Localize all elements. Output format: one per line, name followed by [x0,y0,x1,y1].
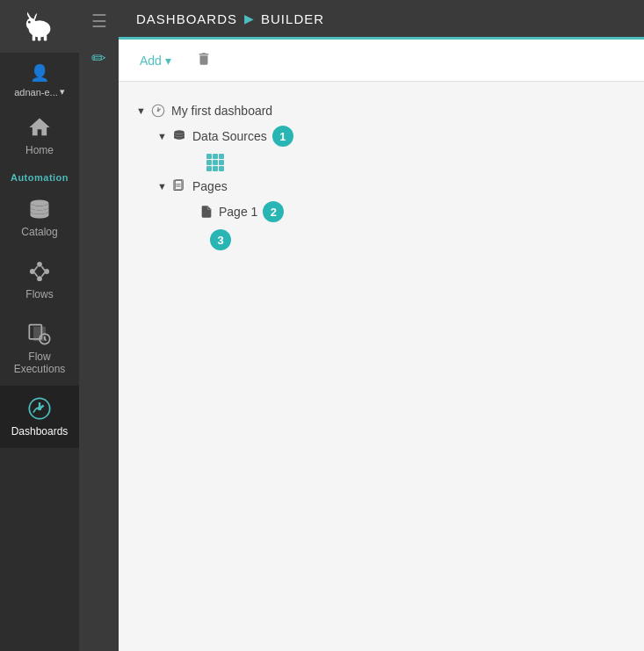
svg-line-14 [34,272,38,277]
automation-section-label: Automation [0,167,79,186]
header-title: DASHBOARDS [136,11,237,26]
data-sources-badge: 1 [272,126,293,147]
data-sources-node[interactable]: ▼ Data Sources 1 [136,122,626,150]
sidebar-item-flow-executions-label: Flow Executions [14,351,66,375]
trash-icon [196,51,212,67]
user-name-label: adnan-e... ▾ [14,86,65,98]
svg-point-22 [174,130,185,134]
data-sources-arrow: ▼ [157,131,166,141]
tree-content: ▼ My first dashboard ▼ Data Sources 1 [119,82,644,651]
sidebar-item-flows[interactable]: Flows [0,249,79,311]
catalog-icon [27,197,52,221]
add-button[interactable]: Add ▾ [133,50,178,71]
app-logo [0,0,79,53]
svg-rect-3 [38,35,40,41]
floating-badge-container: 3 [136,229,626,250]
edit-icon[interactable]: ✏ [88,44,110,72]
root-node-label: My first dashboard [171,104,272,118]
page-item-icon [199,205,213,219]
svg-rect-4 [44,35,47,41]
far-left-nav: 👤 adnan-e... ▾ Home Automation Catalog [0,0,79,651]
svg-rect-2 [33,35,35,41]
sidebar-item-catalog[interactable]: Catalog [0,186,79,249]
root-arrow: ▼ [136,105,145,116]
add-dropdown-arrow: ▾ [165,54,171,68]
data-sources-label: Data Sources [192,129,267,143]
sidebar-item-dashboards[interactable]: Dashboards [0,386,79,448]
data-source-grid-item[interactable] [136,150,626,175]
flow-executions-icon [27,322,52,346]
svg-point-10 [37,276,42,281]
dashboards-icon [27,396,52,421]
sidebar-item-catalog-label: Catalog [21,226,57,238]
grid-table-icon [206,154,224,171]
page-1-label: Page 1 [219,205,257,219]
home-icon [27,115,52,140]
floating-badge-3: 3 [210,229,231,250]
sidebar-item-home-label: Home [25,144,54,156]
svg-line-11 [34,266,38,271]
second-nav: ☰ ✏ [79,0,119,651]
breadcrumb-arrow: ▶ [244,11,254,25]
page-1-badge: 2 [263,201,284,222]
svg-line-13 [41,272,45,277]
svg-line-12 [41,266,45,271]
pages-label: Pages [192,179,228,193]
header-subtitle: BUILDER [261,11,324,26]
sidebar-item-home[interactable]: Home [0,105,79,167]
top-header: DASHBOARDS ▶ BUILDER [119,0,644,40]
sidebar-item-flows-label: Flows [25,288,53,300]
main-area: DASHBOARDS ▶ BUILDER Add ▾ ▼ My first da… [119,0,644,651]
pages-arrow: ▼ [157,181,166,192]
sidebar-item-dashboards-label: Dashboards [11,425,69,438]
add-label: Add [140,54,162,68]
svg-point-21 [157,110,160,112]
pages-icon [171,178,187,194]
svg-point-8 [37,262,42,267]
user-section[interactable]: 👤 adnan-e... ▾ [0,53,79,105]
toolbar: Add ▾ [119,40,644,82]
dashboard-tree-icon [150,103,166,119]
data-sources-icon [171,128,187,144]
user-avatar-icon: 👤 [30,63,49,83]
delete-button[interactable] [189,47,219,74]
svg-point-5 [28,21,31,24]
tree-root-node[interactable]: ▼ My first dashboard [136,99,626,122]
pages-node[interactable]: ▼ Pages [136,175,626,198]
sidebar-item-flow-executions[interactable]: Flow Executions [0,311,79,386]
flows-icon [27,259,52,284]
svg-point-6 [31,200,49,206]
page-1-node[interactable]: Page 1 2 [136,198,626,226]
list-view-icon[interactable]: ☰ [88,9,111,33]
